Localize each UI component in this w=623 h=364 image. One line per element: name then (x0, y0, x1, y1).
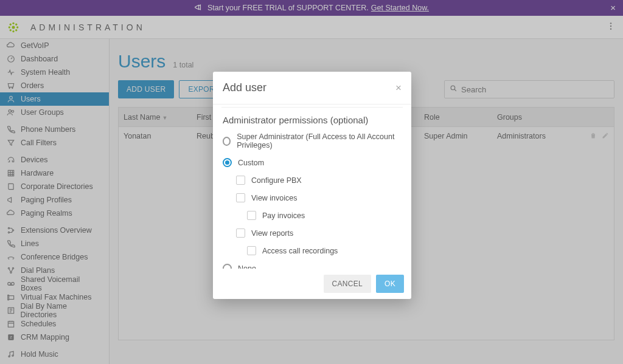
checkbox-icon[interactable] (236, 193, 245, 202)
ok-button[interactable]: OK (376, 275, 404, 293)
check-label: View invoices (251, 194, 298, 202)
check-access-recordings[interactable]: Access call recordings (247, 246, 402, 255)
check-configure-pbx[interactable]: Configure PBX (236, 176, 402, 185)
check-label: Pay invoices (262, 211, 305, 220)
radio-super-admin[interactable]: Super Administrator (Full Access to All … (223, 132, 402, 149)
check-pay-invoices[interactable]: Pay invoices (247, 211, 402, 220)
radio-label: None (238, 264, 256, 269)
modal-title: Add user (223, 81, 266, 94)
modal-body: Administrator permissions (optional) Sup… (213, 105, 411, 269)
radio-custom[interactable]: Custom (223, 158, 402, 167)
add-user-modal: Add user × Administrator permissions (op… (213, 72, 411, 299)
check-view-invoices[interactable]: View invoices (236, 193, 402, 202)
radio-icon[interactable] (223, 264, 232, 269)
modal-header: Add user × (213, 72, 411, 105)
checkbox-icon[interactable] (247, 211, 256, 220)
check-label: View reports (251, 229, 293, 238)
checkbox-icon[interactable] (236, 228, 245, 238)
radio-icon[interactable] (223, 158, 232, 167)
check-label: Configure PBX (251, 176, 302, 185)
close-icon[interactable]: × (395, 82, 402, 94)
checkbox-icon[interactable] (247, 246, 256, 255)
radio-icon[interactable] (223, 137, 231, 146)
permissions-section-title: Administrator permissions (optional) (223, 112, 402, 125)
check-view-reports[interactable]: View reports (236, 228, 402, 238)
modal-footer: CANCEL OK (213, 269, 411, 299)
cancel-button[interactable]: CANCEL (324, 275, 371, 293)
check-label: Access call recordings (262, 247, 338, 255)
radio-label: Custom (238, 159, 264, 167)
checkbox-icon[interactable] (236, 176, 245, 185)
radio-label: Super Administrator (Full Access to All … (237, 132, 402, 149)
radio-none[interactable]: None (223, 264, 402, 269)
